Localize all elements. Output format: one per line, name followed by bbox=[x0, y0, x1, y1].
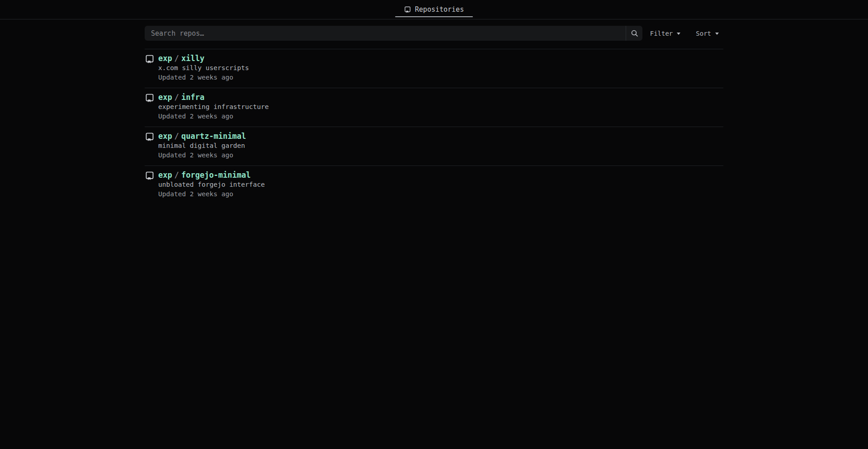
repo-separator: / bbox=[175, 170, 179, 180]
repo-description: experimenting infrastructure bbox=[158, 103, 269, 111]
top-nav: Repositories bbox=[0, 0, 868, 19]
repo-link[interactable]: exp/xilly bbox=[158, 54, 204, 63]
repo-title: xilly bbox=[181, 54, 204, 63]
repo-description: x.com silly userscripts bbox=[158, 64, 249, 72]
repo-book-icon bbox=[145, 171, 154, 199]
updated-time: 2 weeks ago bbox=[190, 151, 233, 159]
updated-time: 2 weeks ago bbox=[190, 74, 233, 81]
tab-label: Repositories bbox=[415, 5, 464, 14]
updated-label: Updated bbox=[158, 151, 186, 159]
repo-book-icon bbox=[145, 94, 154, 121]
repo-list-item: exp/forgejo-minimal unbloated forgejo in… bbox=[145, 166, 723, 204]
updated-label: Updated bbox=[158, 113, 186, 120]
sort-dropdown[interactable]: Sort bbox=[696, 28, 719, 39]
sort-label: Sort bbox=[696, 30, 711, 37]
repo-info: exp/quartz-minimal minimal digital garde… bbox=[158, 132, 246, 160]
repo-link[interactable]: exp/forgejo-minimal bbox=[158, 170, 251, 180]
main-content: Filter Sort exp/xilly x.com silly usersc… bbox=[145, 26, 723, 204]
repo-separator: / bbox=[175, 54, 179, 63]
repo-separator: / bbox=[175, 132, 179, 141]
repo-owner: exp bbox=[158, 132, 172, 141]
updated-label: Updated bbox=[158, 190, 186, 198]
repo-owner: exp bbox=[158, 170, 172, 180]
magnifier-icon bbox=[631, 29, 638, 37]
repo-book-icon bbox=[145, 55, 154, 82]
search-input[interactable] bbox=[145, 26, 626, 41]
repo-list-item: exp/xilly x.com silly userscripts Update… bbox=[145, 49, 723, 88]
repo-updated: Updated 2 weeks ago bbox=[158, 112, 269, 121]
repo-book-icon bbox=[404, 6, 411, 13]
repo-info: exp/infra experimenting infrastructure U… bbox=[158, 93, 269, 121]
repo-separator: / bbox=[175, 93, 179, 102]
chevron-down-icon bbox=[677, 33, 680, 35]
repo-title: infra bbox=[181, 93, 204, 102]
repo-updated: Updated 2 weeks ago bbox=[158, 190, 265, 199]
repo-link[interactable]: exp/infra bbox=[158, 93, 204, 102]
repo-list-item: exp/quartz-minimal minimal digital garde… bbox=[145, 127, 723, 166]
search-button[interactable] bbox=[626, 26, 642, 41]
repo-updated: Updated 2 weeks ago bbox=[158, 151, 246, 160]
repo-list-item: exp/infra experimenting infrastructure U… bbox=[145, 88, 723, 127]
repo-toolbar: Filter Sort bbox=[145, 26, 723, 41]
updated-time: 2 weeks ago bbox=[190, 190, 233, 198]
tab-repositories[interactable]: Repositories bbox=[395, 0, 473, 19]
filter-label: Filter bbox=[650, 30, 673, 37]
repo-description: unbloated forgejo interface bbox=[158, 180, 265, 189]
toolbar-actions: Filter Sort bbox=[650, 28, 723, 39]
repo-info: exp/forgejo-minimal unbloated forgejo in… bbox=[158, 170, 265, 199]
repo-title: forgejo-minimal bbox=[181, 170, 251, 180]
filter-dropdown[interactable]: Filter bbox=[650, 28, 681, 39]
search-form bbox=[145, 26, 642, 41]
repo-book-icon bbox=[145, 132, 154, 160]
repo-link[interactable]: exp/quartz-minimal bbox=[158, 132, 246, 141]
updated-label: Updated bbox=[158, 74, 186, 81]
updated-time: 2 weeks ago bbox=[190, 113, 233, 120]
repo-description: minimal digital garden bbox=[158, 142, 246, 150]
repo-list: exp/xilly x.com silly userscripts Update… bbox=[145, 49, 723, 204]
repo-owner: exp bbox=[158, 93, 172, 102]
chevron-down-icon bbox=[715, 33, 719, 35]
repo-title: quartz-minimal bbox=[181, 132, 246, 141]
repo-info: exp/xilly x.com silly userscripts Update… bbox=[158, 54, 249, 82]
repo-updated: Updated 2 weeks ago bbox=[158, 73, 249, 82]
repo-owner: exp bbox=[158, 54, 172, 63]
